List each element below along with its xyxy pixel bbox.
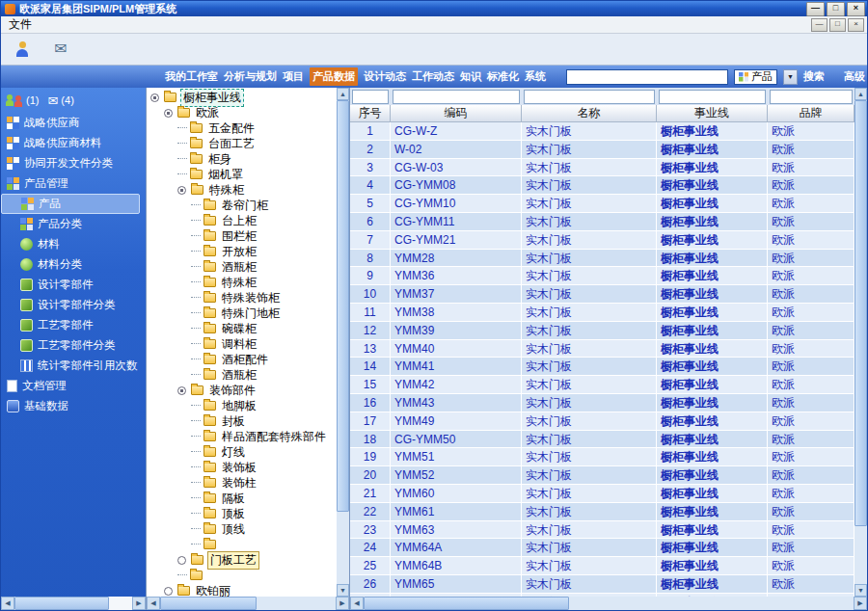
tree-node[interactable]: 特殊柜: [147, 275, 337, 290]
table-row[interactable]: 11YMM38实木门板橱柜事业线欧派: [350, 304, 854, 322]
sidebar-item[interactable]: 产品: [1, 194, 140, 214]
scrollbar-thumb[interactable]: [337, 100, 349, 512]
table-cell[interactable]: CG-YMM21: [391, 231, 522, 250]
table-cell[interactable]: YMM38: [391, 304, 522, 322]
tree-node[interactable]: 橱柜事业线: [147, 90, 337, 105]
tree-node[interactable]: 装饰部件: [147, 383, 337, 398]
table-cell[interactable]: CG-YMM11: [391, 213, 522, 231]
tree-node[interactable]: 酒瓶柜: [147, 259, 337, 275]
sidebar-item[interactable]: 产品管理: [1, 173, 146, 194]
filter-input[interactable]: [659, 90, 766, 104]
search-input[interactable]: [566, 69, 728, 85]
search-button[interactable]: 搜索: [803, 69, 825, 84]
table-row[interactable]: 26YMM65实木门板橱柜事业线欧派: [350, 575, 854, 594]
table-row[interactable]: 10YMM37实木门板橱柜事业线欧派: [350, 285, 854, 304]
tree-node[interactable]: 装饰柱: [147, 475, 337, 491]
table-cell[interactable]: YMM40: [391, 340, 522, 359]
mdi-close-button[interactable]: ×: [848, 18, 864, 32]
scroll-right-button[interactable]: ▶: [132, 597, 146, 610]
filter-input[interactable]: [524, 90, 655, 104]
minimize-button[interactable]: —: [806, 2, 825, 16]
table-row[interactable]: 25YMM64B实木门板橱柜事业线欧派: [350, 557, 854, 575]
scroll-down-button[interactable]: ▼: [337, 584, 349, 597]
sidebar-item[interactable]: 产品分类: [1, 214, 146, 234]
maximize-button[interactable]: □: [827, 2, 845, 16]
sidebar-item[interactable]: 材料分类: [1, 254, 146, 275]
table-cell[interactable]: CG-YMM08: [391, 176, 522, 195]
column-header[interactable]: 名称: [522, 105, 657, 122]
users-icon[interactable]: [6, 94, 23, 107]
nav-item[interactable]: 系统: [525, 69, 546, 84]
table-row[interactable]: 24YMM64A实木门板橱柜事业线欧派: [350, 539, 854, 557]
table-cell[interactable]: YMM39: [391, 322, 522, 340]
tree-node[interactable]: 样品酒配套特殊部件: [147, 429, 337, 444]
filter-input[interactable]: [352, 90, 389, 104]
nav-item[interactable]: 知识: [460, 69, 481, 84]
table-cell[interactable]: YMM61: [391, 503, 522, 521]
table-row[interactable]: 22YMM61实木门板橱柜事业线欧派: [350, 503, 854, 521]
table-row[interactable]: 6CG-YMM11实木门板橱柜事业线欧派: [350, 213, 854, 231]
scrollbar-thumb[interactable]: [160, 597, 257, 610]
filter-input[interactable]: [393, 90, 520, 104]
mail-button[interactable]: ✉: [47, 36, 74, 63]
collapse-handle-icon[interactable]: [177, 186, 186, 195]
table-cell[interactable]: YMM60: [391, 485, 522, 503]
tree-node[interactable]: 五金配件: [147, 120, 337, 136]
scroll-down-button[interactable]: ▼: [854, 584, 867, 597]
table-row[interactable]: 12YMM39实木门板橱柜事业线欧派: [350, 322, 854, 340]
collapse-handle-icon[interactable]: [177, 386, 186, 395]
tree-node[interactable]: 围栏柜: [147, 228, 337, 244]
filter-input[interactable]: [770, 90, 853, 104]
column-header[interactable]: 序号: [350, 105, 391, 122]
menu-file[interactable]: 文件: [1, 16, 40, 33]
table-row[interactable]: 14YMM41实木门板橱柜事业线欧派: [350, 358, 854, 376]
table-cell[interactable]: YMM36: [391, 267, 522, 285]
table-row[interactable]: 1CG-W-Z实木门板橱柜事业线欧派: [350, 122, 854, 141]
table-cell[interactable]: YMM49: [391, 412, 522, 431]
sidebar-item[interactable]: 工艺零部件分类: [1, 335, 146, 356]
tree-node[interactable]: 酒柜配件: [147, 352, 337, 367]
table-row[interactable]: 9YMM36实木门板橱柜事业线欧派: [350, 267, 854, 285]
scroll-left-button[interactable]: ◀: [147, 597, 160, 610]
close-button[interactable]: ×: [847, 2, 865, 16]
sidebar-item[interactable]: 设计零部件: [1, 275, 146, 295]
tree-node[interactable]: 特殊门地柜: [147, 306, 337, 321]
tree-node[interactable]: 隔板: [147, 491, 337, 506]
tree-node[interactable]: 柜身: [147, 151, 337, 167]
tree-node[interactable]: 台上柜: [147, 213, 337, 228]
table-row[interactable]: 21YMM60实木门板橱柜事业线欧派: [350, 485, 854, 503]
scroll-up-button[interactable]: ▲: [337, 88, 349, 100]
scrollbar-track[interactable]: [160, 597, 336, 610]
expand-handle-icon[interactable]: [164, 587, 173, 596]
tree-node[interactable]: 台面工艺: [147, 136, 337, 151]
mdi-minimize-button[interactable]: —: [811, 18, 827, 32]
tree-node[interactable]: 卷帘门柜: [147, 198, 337, 213]
sidebar-item[interactable]: 战略供应商: [1, 113, 146, 133]
table-cell[interactable]: CG-W-Z: [391, 122, 522, 141]
table-row[interactable]: 8YMM28实木门板橱柜事业线欧派: [350, 250, 854, 268]
tree-node[interactable]: 调料柜: [147, 336, 337, 352]
table-row[interactable]: 15YMM42实木门板橱柜事业线欧派: [350, 376, 854, 394]
nav-item[interactable]: 分析与规划: [224, 69, 277, 84]
scroll-left-button[interactable]: ◀: [1, 597, 14, 610]
table-cell[interactable]: YMM37: [391, 285, 522, 304]
nav-item[interactable]: 项目: [283, 69, 304, 84]
scrollbar-track[interactable]: [14, 597, 132, 610]
table-cell[interactable]: W-02: [391, 141, 522, 159]
sidebar-item[interactable]: 工艺零部件: [1, 315, 146, 335]
scroll-right-button[interactable]: ▶: [336, 597, 349, 610]
sidebar-item[interactable]: 材料: [1, 234, 146, 254]
tree-node[interactable]: 欧派: [147, 105, 337, 120]
dropdown-caret-icon[interactable]: ▼: [783, 69, 798, 85]
tree-node[interactable]: [147, 568, 337, 583]
tree-node[interactable]: 封板: [147, 413, 337, 429]
tree-node[interactable]: 装饰板: [147, 460, 337, 475]
scrollbar-track[interactable]: [337, 100, 349, 584]
table-cell[interactable]: CG-YMM50: [391, 431, 522, 449]
scrollbar-thumb[interactable]: [854, 100, 867, 526]
sidebar-item[interactable]: 战略供应商材料: [1, 133, 146, 153]
table-cell[interactable]: YMM64A: [391, 539, 522, 557]
scroll-left-button[interactable]: ◀: [350, 597, 364, 610]
workspace-button[interactable]: [9, 36, 36, 63]
table-cell[interactable]: YMM28: [391, 250, 522, 268]
